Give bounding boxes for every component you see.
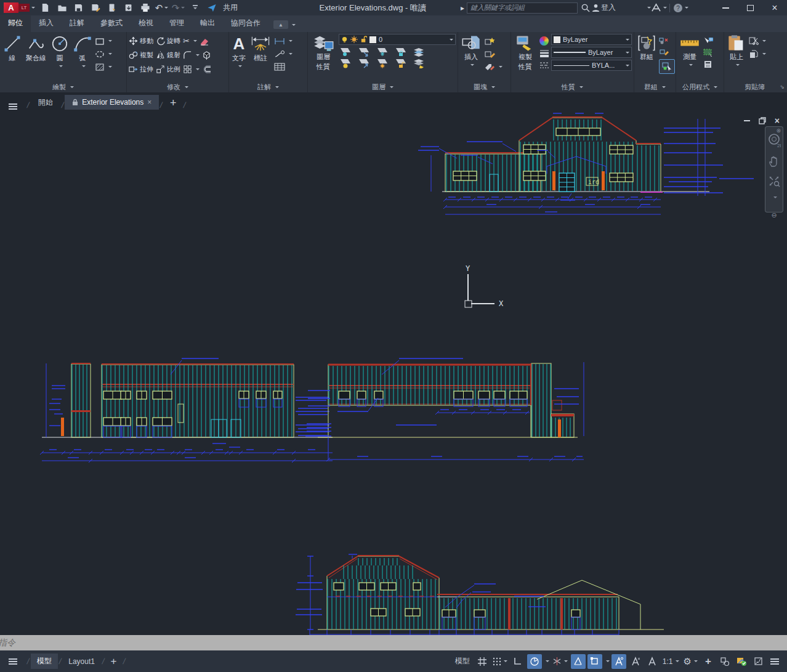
ortho-toggle[interactable] <box>511 654 525 669</box>
new-layout-button[interactable]: + <box>106 655 122 668</box>
open-file-button[interactable] <box>57 2 67 13</box>
osnap-menu-icon[interactable] <box>606 660 610 664</box>
pan-icon[interactable] <box>768 155 780 168</box>
command-line[interactable]: 指令 <box>0 635 787 650</box>
open-from-web-button[interactable] <box>107 2 117 13</box>
layer-change-button[interactable] <box>413 59 426 68</box>
file-tab-menu-icon[interactable] <box>9 103 17 110</box>
trim-button[interactable]: ✂ <box>183 36 197 46</box>
panel-label-properties[interactable]: 性質 ⇘ <box>511 81 634 92</box>
annotation-scale-icon[interactable] <box>645 654 660 669</box>
layout-menu-icon[interactable] <box>9 658 17 665</box>
mirror-button[interactable]: 鏡射 <box>156 50 180 60</box>
quick-select-button[interactable] <box>703 36 714 46</box>
user-icon[interactable] <box>591 2 601 13</box>
viewport-restore-button[interactable] <box>759 117 766 124</box>
viewport-minimize-button[interactable] <box>744 120 750 121</box>
dimension-button[interactable]: 標註 <box>249 34 272 81</box>
save-to-web-button[interactable] <box>123 2 134 13</box>
table-button[interactable] <box>274 62 293 72</box>
autodesk-logo-icon[interactable] <box>651 2 661 13</box>
ribbon-tab-5[interactable]: 管理 <box>161 15 192 32</box>
settings-button[interactable]: ⚙ <box>682 654 699 669</box>
offset-button[interactable] <box>202 64 212 75</box>
properties-dialog-launcher[interactable]: ⇘ <box>780 84 785 90</box>
layer-lock-button[interactable] <box>394 47 408 57</box>
panel-label-block[interactable]: 圖塊 <box>458 81 511 92</box>
share-icon[interactable] <box>206 2 217 13</box>
insert-block-button[interactable]: 插入 <box>460 34 482 81</box>
zoom-extents-icon[interactable] <box>768 175 780 187</box>
navbar-close-icon[interactable]: ⊗ <box>776 128 781 134</box>
stretch-button[interactable]: 拉伸 <box>129 64 153 75</box>
layer-isolate-button[interactable] <box>357 47 371 57</box>
autodesk-menu-icon[interactable] <box>663 7 667 10</box>
scale-button[interactable]: 比例 <box>156 64 180 75</box>
crosshair-button[interactable]: + <box>701 654 716 669</box>
layer-properties-button[interactable]: 圖層性質 <box>310 34 337 81</box>
layout1-tab[interactable]: Layout1 <box>62 655 101 668</box>
array-button[interactable] <box>183 64 200 75</box>
layer-unisolate-button[interactable] <box>357 59 371 68</box>
share-label[interactable]: 共用 <box>223 2 238 13</box>
maximize-button[interactable] <box>738 0 762 15</box>
group-button[interactable]: 群組 <box>636 34 657 81</box>
qat-customize-button[interactable] <box>190 2 200 13</box>
search-expand-icon[interactable]: ▸ <box>461 4 464 12</box>
graphics-performance-button[interactable] <box>734 654 749 669</box>
panel-label-modify[interactable]: 修改 <box>127 81 228 92</box>
panel-label-annotate[interactable]: 註解 <box>229 81 307 92</box>
object-color-button[interactable] <box>539 36 549 46</box>
ribbon-tab-1[interactable]: 插入 <box>31 15 62 32</box>
cut-button[interactable] <box>749 36 766 46</box>
ribbon-collapse-button[interactable]: ▲ <box>273 20 288 29</box>
color-dropdown[interactable]: ByLayer <box>551 34 632 45</box>
polyline-button[interactable]: 聚合線 <box>25 34 47 81</box>
file-tab-document[interactable]: Exterior Elevations × <box>65 95 159 110</box>
isolate-objects-button[interactable] <box>717 654 732 669</box>
linetype-button[interactable] <box>539 60 549 71</box>
close-tab-icon[interactable]: × <box>147 98 151 107</box>
panel-label-groups[interactable]: 群組 <box>634 81 676 92</box>
new-tab-button[interactable]: + <box>164 97 183 110</box>
ellipse-button[interactable] <box>95 49 112 59</box>
clean-screen-button[interactable] <box>751 654 765 669</box>
polar-tracking-toggle[interactable] <box>527 654 542 669</box>
group-selection-toggle[interactable] <box>659 59 675 74</box>
grid-toggle[interactable] <box>475 654 490 669</box>
ungroup-button[interactable] <box>659 36 675 46</box>
move-button[interactable]: 移動 <box>129 36 153 46</box>
print-button[interactable] <box>140 2 150 13</box>
orbit-icon[interactable]: ⊖ <box>771 211 777 219</box>
redo-button[interactable]: ↷ <box>173 2 184 13</box>
layer-thaw-all-button[interactable] <box>376 59 389 68</box>
panel-label-utilities[interactable]: 公用程式 <box>676 81 724 92</box>
polar-menu-icon[interactable] <box>546 660 549 664</box>
help-icon[interactable]: ? <box>672 2 683 13</box>
linetype-dropdown[interactable]: BYLA... <box>551 60 632 71</box>
new-file-button[interactable] <box>40 2 50 13</box>
paste-button[interactable]: 貼上 <box>726 34 747 81</box>
navbar-dropdown-icon[interactable] <box>773 196 777 200</box>
annotation-scale-value[interactable]: 1:1 <box>661 654 680 669</box>
layer-on-all-button[interactable] <box>339 59 352 68</box>
copy-button[interactable]: 複製 <box>129 50 153 60</box>
layer-match-button[interactable] <box>413 47 426 57</box>
measure-button[interactable]: 測量 <box>678 34 701 81</box>
text-button[interactable]: A 文字 <box>231 34 247 81</box>
model-space-button[interactable]: 模型 <box>452 654 473 669</box>
rotate-button[interactable]: 旋轉 <box>156 36 180 46</box>
navigation-wheel-icon[interactable]: 2D <box>767 133 781 148</box>
signin-label[interactable]: 登入 <box>601 2 616 13</box>
app-logo[interactable]: A LT <box>4 2 35 13</box>
line-button[interactable]: 線 <box>2 34 23 81</box>
help-menu-icon[interactable] <box>685 7 688 10</box>
edit-block-button[interactable] <box>484 49 502 59</box>
explode-button[interactable] <box>202 50 211 60</box>
quick-calc-button[interactable] <box>703 59 714 70</box>
panel-label-layers[interactable]: 圖層 <box>308 81 458 92</box>
close-button[interactable]: × <box>762 0 787 15</box>
minimize-button[interactable] <box>713 0 738 15</box>
isodraft-menu-icon[interactable] <box>564 660 568 664</box>
copy-clip-button[interactable] <box>749 49 766 59</box>
